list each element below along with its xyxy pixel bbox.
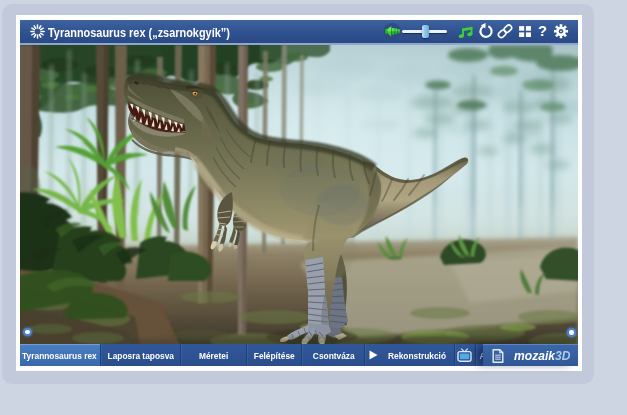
tab-label: Felépítése [254, 350, 295, 361]
tab-csontvaza[interactable]: Csontváza [302, 344, 365, 366]
settings-button[interactable] [550, 20, 572, 43]
tab-tyrannosaurus-rex[interactable]: Tyrannosaurus rex [20, 344, 101, 366]
tab-label: Csontváza [312, 350, 354, 361]
tab-rekonstrukcio[interactable]: Rekonstrukció [365, 344, 455, 366]
tab-video[interactable] [455, 344, 476, 366]
app-window: Tyrannosaurus rex („zsarnokgyík”) [16, 15, 582, 371]
tv-icon [457, 348, 472, 362]
hotspot-left[interactable] [25, 330, 30, 335]
mozaik-logo: mozaik3D [514, 348, 570, 363]
tab-meretei[interactable]: Méretei [181, 344, 247, 366]
tab-laposra-taposva[interactable]: Laposra taposva [101, 344, 182, 366]
document-icon [492, 349, 504, 363]
scene-3d-view[interactable] [20, 45, 578, 345]
tab-label: Tyrannosaurus rex [22, 350, 97, 361]
hotspot-right[interactable] [569, 330, 574, 335]
mozaik-panel[interactable]: mozaik3D [483, 344, 578, 366]
window-title: Tyrannosaurus rex („zsarnokgyík”) [48, 25, 230, 40]
title-bar: Tyrannosaurus rex („zsarnokgyík”) [20, 20, 578, 45]
play-icon [369, 350, 378, 360]
bottom-tab-bar: Tyrannosaurus rex Laposra taposva Mérete… [20, 344, 578, 366]
logo-suffix: 3D [555, 348, 570, 363]
logo-brand: mozaik [514, 348, 555, 363]
volume-slider-thumb[interactable] [422, 25, 429, 38]
spinner-icon [30, 24, 45, 39]
tab-label: Rekonstrukció [388, 350, 446, 361]
tab-label: Méretei [199, 350, 228, 361]
tab-felepitese[interactable]: Felépítése [247, 344, 302, 366]
volume-slider[interactable] [402, 20, 448, 43]
tab-label: Laposra taposva [107, 350, 173, 361]
volume-button[interactable] [382, 20, 404, 43]
